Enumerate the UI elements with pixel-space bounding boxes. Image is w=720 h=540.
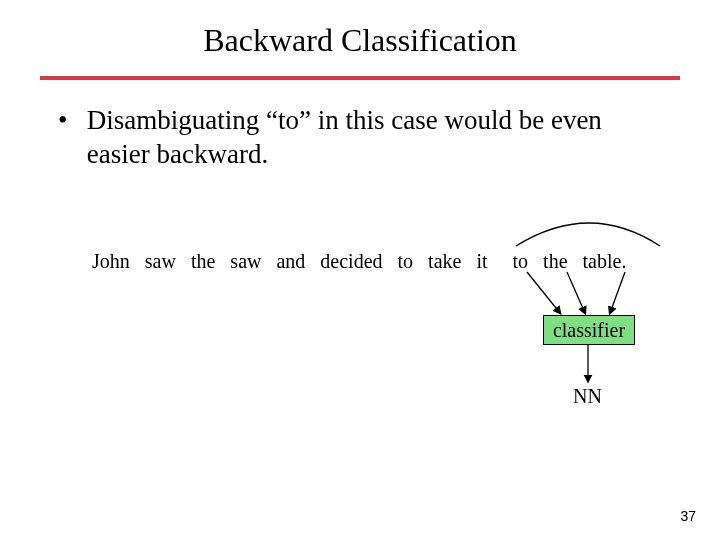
word-saw2: saw — [230, 250, 261, 273]
word-to1: to — [398, 250, 414, 273]
word-john: John — [92, 250, 130, 273]
context-arc — [516, 223, 660, 246]
word-and: and — [276, 250, 305, 273]
example-sentence: John saw the saw and decided to take it … — [92, 250, 626, 273]
word-the1: the — [191, 250, 215, 273]
classifier-box: classifier — [543, 315, 635, 345]
bullet-text: Disambiguating “to” in this case would b… — [87, 104, 657, 172]
word-it: it — [476, 250, 487, 273]
output-tag: NN — [573, 385, 602, 408]
page-number: 37 — [680, 508, 696, 524]
arrow-to-1 — [527, 272, 560, 313]
word-table: table. — [583, 250, 627, 273]
bullet-item: • Disambiguating “to” in this case would… — [58, 104, 662, 172]
arrow-the-2 — [567, 272, 585, 313]
bullet-marker: • — [58, 104, 80, 138]
word-saw1: saw — [145, 250, 176, 273]
title-underline — [40, 76, 680, 80]
word-take: take — [428, 250, 461, 273]
word-the2: the — [543, 250, 567, 273]
word-to2: to — [513, 250, 529, 273]
slide-title: Backward Classification — [0, 22, 720, 59]
arrow-table — [610, 272, 625, 313]
word-decided: decided — [320, 250, 382, 273]
slide: Backward Classification • Disambiguating… — [0, 0, 720, 540]
